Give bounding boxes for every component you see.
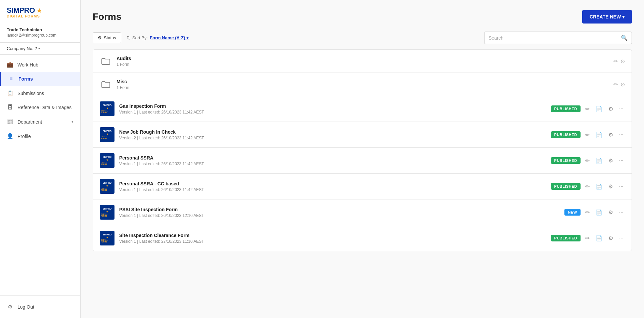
form-logo: SIMPRO ★ DIGITAL FORMS	[100, 179, 114, 194]
sidebar-item-profile[interactable]: 👤 Profile	[0, 129, 80, 143]
form-logo: SIMPRO ★ DIGITAL FORMS	[100, 231, 114, 245]
sidebar-item-department[interactable]: 📰 Department ▾	[0, 115, 80, 129]
form-name: PSSI Site Inspection Form	[119, 207, 560, 212]
reference-data-icon: 🗄	[7, 104, 13, 110]
status-badge: PUBLISHED	[551, 131, 581, 138]
page-title: Forms	[93, 11, 122, 22]
folder-icon	[100, 55, 112, 67]
document-icon[interactable]: 📄	[594, 130, 604, 139]
user-email: landd+2@simprogroup.com	[7, 33, 74, 38]
submissions-icon: 📋	[7, 90, 13, 96]
form-name: New Job Rough In Check	[119, 129, 546, 135]
form-name: Personal SSRA	[119, 155, 546, 161]
forms-list: Audits 1 Form ✏ ⊙ Misc 1 Form ✏ ⊙	[93, 49, 632, 251]
form-actions: PUBLISHED ✏ 📄 ⚙ ···	[551, 104, 625, 113]
sidebar-item-forms[interactable]: ≡ Forms	[0, 72, 80, 86]
work-hub-icon: 💼	[7, 61, 13, 68]
sidebar: SIMPRO ★ DIGITAL FORMS Trade Technician …	[0, 0, 81, 318]
form-info: Personal SSRA Version 1 | Last edited: 2…	[119, 155, 546, 166]
document-icon[interactable]: 📄	[594, 182, 604, 191]
more-icon[interactable]: ···	[618, 234, 625, 242]
form-logo: SIMPRO ★ DIGITAL FORMS	[100, 127, 114, 142]
more-icon[interactable]: ···	[618, 104, 625, 113]
settings-folder-icon[interactable]: ⊙	[620, 58, 625, 64]
sidebar-item-submissions[interactable]: 📋 Submissions	[0, 86, 80, 100]
form-item: SIMPRO ★ DIGITAL FORMS Site Inspection C…	[93, 225, 632, 251]
sort-value-button[interactable]: Form Name (A-Z) ▾	[150, 35, 189, 40]
search-box: 🔍	[484, 32, 632, 44]
form-actions: PUBLISHED ✏ 📄 ⚙ ···	[551, 156, 625, 165]
company-selector[interactable]: Company No. 2 ▾	[0, 43, 80, 55]
sort-icon: ⇅	[127, 35, 130, 40]
edit-icon[interactable]: ✏	[584, 234, 591, 243]
more-icon[interactable]: ···	[618, 130, 625, 139]
sidebar-item-label: Work Hub	[17, 62, 38, 67]
form-meta: Version 1 | Last edited: 27/10/2023 11:1…	[119, 239, 546, 244]
page-header: Forms CREATE NEW ▾	[93, 10, 632, 24]
form-info: Gas Inspection Form Version 1 | Last edi…	[119, 103, 546, 115]
settings-icon[interactable]: ⚙	[607, 156, 614, 165]
edit-icon[interactable]: ✏	[584, 104, 591, 113]
folder-info: Audits 1 Form	[117, 56, 609, 67]
department-chevron-icon: ▾	[72, 120, 74, 124]
edit-folder-icon[interactable]: ✏	[613, 58, 618, 64]
settings-icon[interactable]: ⚙	[607, 130, 614, 139]
document-icon[interactable]: 📄	[594, 234, 604, 243]
form-info: New Job Rough In Check Version 2 | Last …	[119, 129, 546, 140]
edit-folder-icon[interactable]: ✏	[613, 81, 618, 88]
department-icon: 📰	[7, 119, 13, 125]
company-chevron-icon: ▾	[38, 47, 40, 50]
status-badge: PUBLISHED	[551, 157, 581, 164]
forms-icon: ≡	[8, 76, 14, 82]
form-info: Personal SSRA - CC based Version 1 | Las…	[119, 181, 546, 192]
folder-count: 1 Form	[117, 85, 609, 90]
status-badge: NEW	[564, 209, 580, 216]
edit-icon[interactable]: ✏	[584, 130, 591, 139]
more-icon[interactable]: ···	[618, 156, 625, 165]
sort-by-area: ⇅ Sort By: Form Name (A-Z) ▾	[127, 35, 189, 40]
sidebar-item-label: Department	[17, 119, 42, 125]
logo-area: SIMPRO ★ DIGITAL FORMS	[0, 0, 80, 23]
folder-item-audits: Audits 1 Form ✏ ⊙	[93, 49, 632, 73]
form-item: SIMPRO ★ DIGITAL FORMS Personal SSRA Ver…	[93, 147, 632, 173]
search-icon: 🔍	[621, 35, 628, 41]
edit-icon[interactable]: ✏	[584, 208, 591, 217]
settings-icon[interactable]: ⚙	[607, 208, 614, 217]
more-icon[interactable]: ···	[618, 208, 625, 217]
folder-actions: ✏ ⊙	[613, 81, 625, 88]
document-icon[interactable]: 📄	[594, 156, 604, 165]
document-icon[interactable]: 📄	[594, 104, 604, 113]
settings-icon[interactable]: ⚙	[607, 182, 614, 191]
logout-label: Log Out	[17, 304, 34, 310]
logo-simpro-text: SIMPRO	[7, 6, 35, 15]
settings-folder-icon[interactable]: ⊙	[620, 81, 625, 88]
folder-icon	[100, 78, 112, 90]
create-new-button[interactable]: CREATE NEW ▾	[582, 10, 632, 24]
status-badge: PUBLISHED	[551, 105, 581, 112]
sidebar-item-logout[interactable]: ⚙ Log Out	[0, 300, 80, 314]
form-name: Site Inspection Clearance Form	[119, 233, 546, 238]
sort-prefix-label: Sort By:	[132, 35, 148, 40]
search-input[interactable]	[489, 35, 621, 41]
form-info: Site Inspection Clearance Form Version 1…	[119, 233, 546, 244]
edit-icon[interactable]: ✏	[584, 182, 591, 191]
form-logo: SIMPRO ★ DIGITAL FORMS	[100, 101, 114, 116]
logo-tagline: DIGITAL FORMS	[7, 14, 74, 18]
document-icon[interactable]: 📄	[594, 208, 604, 217]
form-meta: Version 1 | Last edited: 26/10/2023 12:1…	[119, 213, 560, 218]
sidebar-bottom: ⚙ Log Out	[0, 295, 80, 318]
form-meta: Version 1 | Last edited: 26/10/2023 11:4…	[119, 110, 546, 115]
status-filter-button[interactable]: ⚙ Status	[93, 32, 121, 43]
form-logo: SIMPRO ★ DIGITAL FORMS	[100, 205, 114, 220]
sidebar-item-label: Forms	[18, 76, 33, 82]
sidebar-item-work-hub[interactable]: 💼 Work Hub	[0, 57, 80, 72]
form-actions: PUBLISHED ✏ 📄 ⚙ ···	[551, 130, 625, 139]
settings-icon[interactable]: ⚙	[607, 234, 614, 243]
more-icon[interactable]: ···	[618, 182, 625, 191]
sidebar-item-label: Profile	[17, 134, 31, 139]
settings-icon[interactable]: ⚙	[607, 104, 614, 113]
user-info: Trade Technician landd+2@simprogroup.com	[0, 23, 80, 43]
form-info: PSSI Site Inspection Form Version 1 | La…	[119, 207, 560, 218]
sidebar-item-reference-data[interactable]: 🗄 Reference Data & Images	[0, 100, 80, 115]
edit-icon[interactable]: ✏	[584, 156, 591, 165]
